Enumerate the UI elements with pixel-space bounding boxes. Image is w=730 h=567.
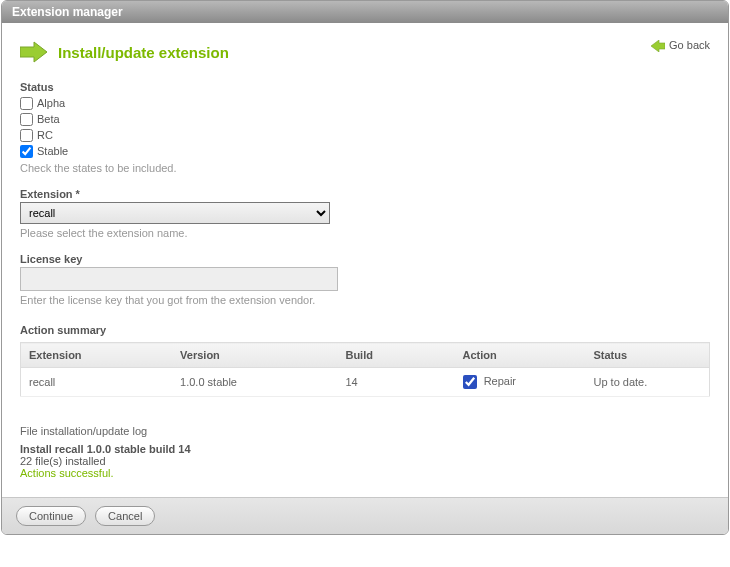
license-input[interactable] xyxy=(20,267,338,291)
status-alpha-label: Alpha xyxy=(37,95,65,111)
page-heading: Install/update extension xyxy=(58,44,229,61)
summary-table: Extension Version Build Action Status re… xyxy=(20,342,710,397)
th-version: Version xyxy=(172,343,337,368)
cancel-button[interactable]: Cancel xyxy=(95,506,155,526)
repair-checkbox[interactable] xyxy=(463,375,477,389)
svg-marker-0 xyxy=(651,40,665,52)
status-help: Check the states to be included. xyxy=(20,162,710,174)
log-main: Install recall 1.0.0 stable build 14 xyxy=(20,443,710,455)
cell-action-label: Repair xyxy=(484,375,516,387)
cell-extension: recall xyxy=(21,368,173,397)
log-title: File installation/update log xyxy=(20,425,710,437)
arrow-left-icon xyxy=(651,40,665,52)
extension-select[interactable]: recall xyxy=(20,202,330,224)
go-back-link[interactable]: Go back xyxy=(651,39,710,52)
extension-label: Extension * xyxy=(20,188,710,200)
summary-label: Action summary xyxy=(20,324,710,336)
status-rc-checkbox[interactable] xyxy=(20,129,33,142)
th-extension: Extension xyxy=(21,343,173,368)
status-beta-checkbox[interactable] xyxy=(20,113,33,126)
svg-marker-1 xyxy=(20,42,47,62)
status-stable-label: Stable xyxy=(37,143,68,159)
th-build: Build xyxy=(337,343,454,368)
license-help: Enter the license key that you got from … xyxy=(20,294,710,306)
log-files: 22 file(s) installed xyxy=(20,455,710,467)
go-back-label: Go back xyxy=(669,39,710,51)
arrow-right-icon xyxy=(20,41,48,63)
window-title: Extension manager xyxy=(12,5,123,19)
status-alpha-checkbox[interactable] xyxy=(20,97,33,110)
extension-help: Please select the extension name. xyxy=(20,227,710,239)
status-rc-label: RC xyxy=(37,127,53,143)
cell-build: 14 xyxy=(337,368,454,397)
log-success: Actions successful. xyxy=(20,467,710,479)
cell-version: 1.0.0 stable xyxy=(172,368,337,397)
window-titlebar: Extension manager xyxy=(2,1,728,23)
status-stable-checkbox[interactable] xyxy=(20,145,33,158)
continue-button[interactable]: Continue xyxy=(16,506,86,526)
cell-status: Up to date. xyxy=(585,368,709,397)
status-beta-label: Beta xyxy=(37,111,60,127)
table-row: recall 1.0.0 stable 14 Repair Up to date… xyxy=(21,368,710,397)
license-label: License key xyxy=(20,253,710,265)
th-status: Status xyxy=(585,343,709,368)
status-label: Status xyxy=(20,81,710,93)
th-action: Action xyxy=(455,343,586,368)
